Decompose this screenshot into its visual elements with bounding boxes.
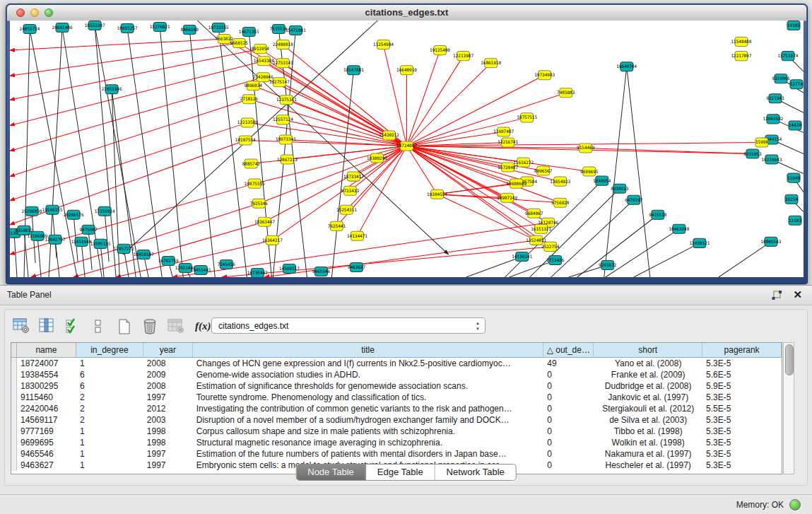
- graph-node[interactable]: 16364217: [262, 235, 283, 245]
- graph-node[interactable]: 14439: [789, 121, 801, 130]
- graph-node[interactable]: 8215953: [743, 149, 762, 158]
- graph-node[interactable]: 9896034: [245, 81, 263, 90]
- graph-node[interactable]: 12774: [790, 80, 803, 89]
- tab-edge-table[interactable]: Edge Table: [366, 465, 435, 480]
- graph-node[interactable]: 12375161: [276, 95, 297, 105]
- graph-node[interactable]: 13942757: [45, 235, 66, 244]
- graph-node[interactable]: 18757515: [517, 113, 537, 122]
- graph-node[interactable]: 16151321: [531, 224, 551, 233]
- graph-node[interactable]: 6479197: [625, 195, 643, 204]
- graph-node[interactable]: 19105: [787, 21, 800, 30]
- table-row[interactable]: 946554611997Estimation of the future num…: [11, 448, 782, 460]
- graph-node[interactable]: 11254984: [373, 40, 394, 49]
- graph-node[interactable]: 18973341: [276, 135, 296, 144]
- graph-node[interactable]: 12103: [789, 216, 801, 225]
- window-titlebar[interactable]: citations_edges.txt: [7, 5, 806, 21]
- graph-node[interactable]: 14134471: [347, 231, 367, 240]
- graph-node[interactable]: 8096567: [534, 166, 553, 175]
- table-row[interactable]: 2242004622012Investigating the contribut…: [11, 403, 782, 414]
- graph-node[interactable]: 10805543: [761, 237, 782, 246]
- tab-network-table[interactable]: Network Table: [435, 465, 516, 480]
- graph-node[interactable]: 16543388: [254, 57, 274, 66]
- column-header-short[interactable]: short: [594, 343, 702, 358]
- graph-node[interactable]: 15998: [755, 138, 768, 147]
- graph-node[interactable]: 12753141: [273, 59, 293, 68]
- network-canvas[interactable]: 2405572420691406105532971065525715276021…: [10, 21, 804, 277]
- graph-node[interactable]: 13216741: [498, 138, 518, 147]
- graph-node[interactable]: 16648784: [616, 62, 637, 71]
- table-row[interactable]: 977716911998Corpus callosum shape and si…: [11, 426, 782, 437]
- graph-node[interactable]: 18733417: [343, 172, 364, 181]
- float-window-icon[interactable]: [771, 290, 782, 301]
- graph-node[interactable]: 12450121: [689, 238, 710, 247]
- graph-node[interactable]: 7925346: [250, 199, 269, 208]
- graph-node[interactable]: 18547081: [343, 66, 364, 75]
- delete-rows-button[interactable]: [139, 315, 160, 337]
- graph-node[interactable]: 12213589: [237, 118, 258, 127]
- graph-node[interactable]: 8938923: [611, 184, 629, 193]
- graph-node[interactable]: 18107554: [235, 136, 256, 145]
- table-row[interactable]: 911546021997Tourette syndrome. Phenomeno…: [11, 392, 782, 403]
- graph-node[interactable]: 15276021: [150, 23, 170, 32]
- graph-node[interactable]: 10719155: [208, 23, 229, 33]
- column-header-pagerank[interactable]: pagerank: [702, 343, 782, 358]
- column-header-out_de[interactable]: △ out_de…: [543, 343, 594, 358]
- graph-node[interactable]: 10254: [785, 194, 798, 204]
- graph-node[interactable]: 19546155: [42, 205, 63, 214]
- graph-node[interactable]: 17359924: [95, 206, 115, 216]
- graph-node[interactable]: 21053346: [102, 85, 122, 94]
- column-header-title[interactable]: title: [193, 343, 544, 358]
- delete-table-button[interactable]: [165, 315, 187, 337]
- table-settings-button[interactable]: [11, 315, 32, 337]
- network-graph[interactable]: 2405572420691406105532971065525715276021…: [10, 21, 804, 277]
- graph-node[interactable]: 16736447: [247, 268, 268, 277]
- graph-node[interactable]: 9154469: [577, 144, 595, 153]
- graph-node[interactable]: 11548488: [731, 37, 751, 47]
- column-header-name[interactable]: name: [17, 343, 76, 358]
- graph-node[interactable]: 1840954: [593, 176, 611, 185]
- graph-node[interactable]: 7625441: [328, 221, 346, 230]
- table-row[interactable]: 1456911722003Disruption of a novel membe…: [11, 414, 782, 426]
- graph-node[interactable]: 12217897: [731, 52, 751, 61]
- graph-node[interactable]: 18907249: [497, 193, 517, 202]
- graph-node[interactable]: 8466160: [181, 25, 199, 35]
- graph-node[interactable]: 9660125: [230, 39, 249, 48]
- graph-node[interactable]: 1733426: [546, 255, 565, 264]
- graph-node[interactable]: 20691406: [52, 23, 73, 33]
- graph-node[interactable]: 12867213: [277, 155, 298, 164]
- graph-node[interactable]: 16640910: [396, 66, 417, 75]
- graph-node[interactable]: 13275147: [269, 78, 290, 87]
- graph-node[interactable]: 18455441: [191, 265, 211, 274]
- close-panel-icon[interactable]: ✕: [793, 288, 802, 301]
- select-all-button[interactable]: [62, 315, 83, 337]
- graph-node[interactable]: 19734983: [534, 71, 555, 80]
- graph-node[interactable]: 16861910: [481, 59, 501, 68]
- graph-node[interactable]: 9756928: [551, 198, 570, 207]
- graph-node[interactable]: 9329966: [772, 74, 790, 83]
- graph-node[interactable]: 15254311: [336, 205, 357, 214]
- graph-node[interactable]: 10553297: [85, 21, 105, 30]
- graph-node[interactable]: 14671355: [239, 28, 259, 37]
- graph-node[interactable]: 22400818: [273, 40, 293, 49]
- table-select-dropdown[interactable]: citations_edges.txt ▲▼: [211, 317, 486, 334]
- graph-node[interactable]: 9723433: [341, 186, 360, 195]
- graph-node[interactable]: 8912954: [252, 45, 270, 54]
- graph-node[interactable]: 9463627: [348, 262, 366, 271]
- graph-node[interactable]: 11040: [787, 173, 800, 182]
- graph-node[interactable]: 15472081: [286, 26, 306, 35]
- graph-node[interactable]: 9699695: [580, 167, 599, 176]
- graph-node[interactable]: 9415518: [649, 210, 667, 219]
- graph-node[interactable]: 10463248: [669, 224, 689, 233]
- graph-node[interactable]: 14136141: [512, 252, 532, 261]
- graph-node[interactable]: 10958107: [134, 250, 154, 259]
- deselect-all-button[interactable]: [88, 315, 109, 337]
- graph-node[interactable]: 9465546: [312, 267, 331, 276]
- graph-node[interactable]: 11451944: [71, 237, 92, 246]
- graph-node[interactable]: 7245456: [218, 259, 236, 269]
- graph-node[interactable]: 2718126: [240, 95, 259, 104]
- column-header-in_degree[interactable]: in_degree: [76, 343, 143, 358]
- graph-node[interactable]: 9227343: [766, 94, 784, 103]
- graph-node[interactable]: 12557124: [273, 115, 293, 124]
- show-column-button[interactable]: [36, 315, 57, 337]
- graph-node[interactable]: 15720407: [498, 163, 518, 172]
